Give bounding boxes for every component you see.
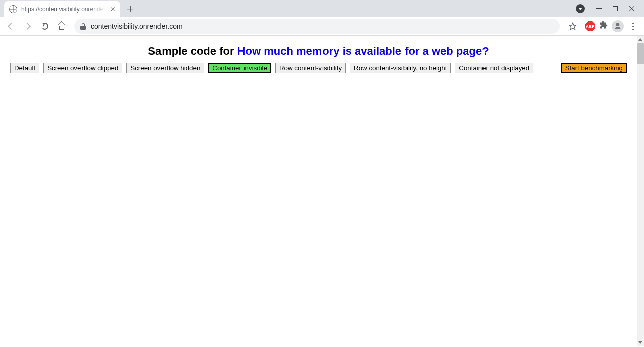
option-row-content-visibility-no-height[interactable]: Row content-visibility, no height bbox=[350, 63, 451, 73]
abp-extension-icon[interactable]: ABP bbox=[585, 21, 595, 31]
home-button[interactable] bbox=[54, 19, 69, 34]
lock-icon bbox=[80, 23, 86, 30]
chevron-up-icon bbox=[638, 38, 642, 41]
bookmark-button[interactable] bbox=[565, 19, 580, 34]
option-button-row: Default Screen overflow clipped Screen o… bbox=[10, 63, 627, 73]
extensions-icon[interactable] bbox=[599, 21, 608, 32]
browser-menu-button[interactable] bbox=[628, 23, 638, 30]
heading-prefix: Sample code for bbox=[148, 45, 237, 57]
window-close-icon[interactable] bbox=[629, 6, 635, 12]
url-text: contentvisibility.onrender.com bbox=[91, 22, 183, 30]
page-heading: Sample code for How much memory is avail… bbox=[10, 45, 627, 58]
heading-link[interactable]: How much memory is available for a web p… bbox=[237, 45, 489, 57]
account-badge-icon[interactable] bbox=[576, 4, 585, 13]
extensions-group: ABP bbox=[582, 20, 641, 32]
browser-tab[interactable]: https://contentvisibility.onrender bbox=[4, 1, 120, 17]
page-viewport: Sample code for How much memory is avail… bbox=[0, 36, 637, 346]
arrow-left-icon bbox=[7, 23, 14, 30]
option-row-content-visibility[interactable]: Row content-visibility bbox=[275, 63, 346, 73]
chevron-down-icon bbox=[638, 341, 642, 344]
minimize-icon[interactable] bbox=[596, 8, 602, 9]
home-icon bbox=[58, 23, 65, 30]
reload-icon bbox=[41, 23, 48, 30]
close-tab-icon[interactable] bbox=[109, 6, 116, 13]
new-tab-button[interactable] bbox=[123, 2, 137, 16]
option-container-invisible[interactable]: Container invisible bbox=[208, 63, 271, 73]
tab-title: https://contentvisibility.onrender bbox=[21, 6, 105, 13]
option-default[interactable]: Default bbox=[10, 63, 39, 73]
scroll-thumb[interactable] bbox=[637, 43, 644, 64]
svg-marker-0 bbox=[569, 23, 576, 29]
start-benchmarking-button[interactable]: Start benchmarking bbox=[561, 63, 627, 73]
option-container-not-displayed[interactable]: Container not displayed bbox=[455, 63, 533, 73]
option-overflow-hidden[interactable]: Screen overflow hidden bbox=[126, 63, 204, 73]
maximize-icon[interactable] bbox=[613, 6, 618, 11]
arrow-right-icon bbox=[24, 23, 31, 30]
plus-icon bbox=[127, 6, 133, 12]
scroll-up-button[interactable] bbox=[637, 36, 644, 43]
toolbar: contentvisibility.onrender.com ABP bbox=[0, 17, 644, 36]
vertical-scrollbar[interactable] bbox=[637, 36, 644, 346]
forward-button[interactable] bbox=[20, 19, 35, 34]
star-icon bbox=[569, 22, 577, 30]
window-controls bbox=[576, 0, 644, 17]
back-button[interactable] bbox=[3, 19, 18, 34]
address-bar[interactable]: contentvisibility.onrender.com bbox=[74, 19, 560, 34]
profile-avatar[interactable] bbox=[612, 20, 624, 32]
option-overflow-clipped[interactable]: Screen overflow clipped bbox=[43, 63, 122, 73]
tab-strip: https://contentvisibility.onrender bbox=[0, 0, 644, 17]
globe-icon bbox=[9, 5, 17, 13]
scroll-down-button[interactable] bbox=[637, 339, 644, 346]
reload-button[interactable] bbox=[37, 19, 52, 34]
page-content: Sample code for How much memory is avail… bbox=[0, 36, 637, 79]
